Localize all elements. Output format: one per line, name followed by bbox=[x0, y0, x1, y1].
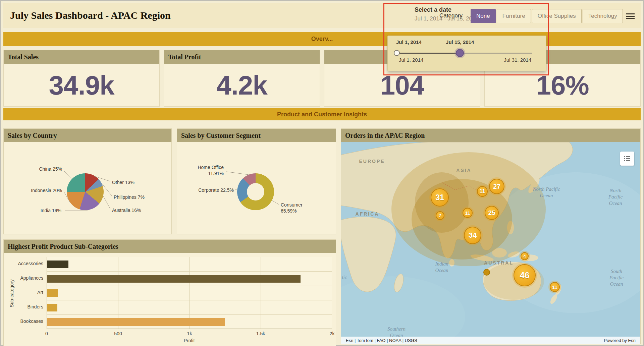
donut-label-home-office: Home Office 11.91% bbox=[194, 165, 224, 176]
pie-label-australia: Australia 16% bbox=[112, 208, 141, 213]
map-bubble[interactable]: 34 bbox=[464, 227, 481, 244]
dashboard-page: July Sales Dashboard - APAC Region Selec… bbox=[0, 0, 644, 346]
kpi-total-profit: Total Profit 4.2k bbox=[164, 50, 320, 107]
bar-chart-x-axis-label: Profit bbox=[184, 338, 195, 343]
map-bubble[interactable]: 4 bbox=[521, 252, 529, 260]
slider-selected-range bbox=[397, 53, 460, 54]
overview-band-label: Overv... bbox=[311, 36, 333, 43]
panel-title: Highest Profit Product Sub-Categories bbox=[4, 240, 336, 253]
pie-label-other: Other 13% bbox=[112, 180, 135, 185]
date-range-popup: Jul 1, 2014 Jul 15, 2014 Jul 1, 2014 Jul… bbox=[387, 36, 546, 71]
bar-category-label: Appliances bbox=[4, 275, 43, 281]
category-button-furniture[interactable]: Furniture bbox=[497, 9, 531, 23]
slider-min-label: Jul 1, 2014 bbox=[399, 57, 423, 63]
page-title: July Sales Dashboard - APAC Region bbox=[10, 10, 171, 21]
x-tick: 0 bbox=[37, 331, 57, 336]
segment-donut-chart[interactable] bbox=[237, 173, 274, 210]
bar-category-label: Binders bbox=[4, 304, 43, 309]
insights-band-label: Product and Customer Insights bbox=[277, 111, 367, 118]
bar-binders[interactable] bbox=[47, 304, 57, 311]
bar-row bbox=[47, 300, 332, 315]
bar-row bbox=[47, 286, 332, 300]
bar-appliances[interactable] bbox=[47, 275, 301, 283]
map-attribution[interactable]: Esri | TomTom | FAO | NOAA | USGS bbox=[346, 338, 417, 343]
map-bubble[interactable]: 25 bbox=[485, 206, 499, 220]
apac-map[interactable]: EUROPEASIAAFRICAAUSTRALNorth Pacific Oce… bbox=[341, 142, 640, 344]
pie-label-india: India 19% bbox=[41, 208, 61, 213]
kpi-value: 34.9k bbox=[4, 64, 159, 106]
map-bubble[interactable]: 46 bbox=[514, 264, 536, 286]
map-bubble[interactable]: 11 bbox=[477, 186, 488, 197]
date-range-slider[interactable] bbox=[397, 53, 532, 54]
section-band-insights: Product and Customer Insights bbox=[3, 108, 641, 120]
panel-sales-by-country: Sales by Country China 25% Other 13% Ind… bbox=[3, 128, 172, 234]
bar-category-label: Accessories bbox=[4, 261, 43, 266]
category-label: Category bbox=[439, 12, 463, 19]
x-tick: 2k bbox=[322, 331, 342, 336]
bar-row bbox=[47, 257, 332, 272]
panel-title: Orders in the APAC Region bbox=[341, 129, 640, 142]
slider-max-label: Jul 31, 2014 bbox=[504, 57, 531, 63]
category-button-technology[interactable]: Technology bbox=[583, 9, 623, 23]
slider-handle-end[interactable] bbox=[456, 49, 464, 57]
panel-subcategory-profit: Highest Profit Product Sub-Categories Su… bbox=[3, 239, 336, 346]
panel-title: Sales by Country bbox=[4, 129, 171, 142]
bar-row bbox=[47, 272, 332, 286]
kpi-total-sales: Total Sales 34.9k bbox=[3, 50, 160, 107]
bar-art[interactable] bbox=[47, 289, 58, 297]
x-tick: 500 bbox=[108, 331, 128, 336]
map-bubble[interactable] bbox=[483, 269, 490, 276]
map-attribution-bar: Esri | TomTom | FAO | NOAA | USGS Powere… bbox=[341, 337, 640, 344]
panel-title: Sales by Customer Segment bbox=[177, 129, 336, 142]
bar-bookcases[interactable] bbox=[47, 318, 225, 326]
bar-category-label: Bookcases bbox=[4, 319, 43, 324]
map-powered-by: Powered by Esri bbox=[604, 338, 636, 343]
map-legend-button[interactable] bbox=[620, 152, 634, 166]
menu-icon[interactable] bbox=[626, 12, 635, 20]
x-tick: 1.5k bbox=[251, 331, 271, 336]
donut-label-corporate: Corporate 22.5% bbox=[198, 187, 234, 193]
pie-label-china: China 25% bbox=[39, 166, 62, 172]
top-bar: July Sales Dashboard - APAC Region Selec… bbox=[3, 3, 641, 28]
map-bubble-layer: 312711711253444611 bbox=[341, 142, 640, 344]
bar-row bbox=[47, 315, 332, 329]
category-button-office-supplies[interactable]: Office Supplies bbox=[532, 9, 582, 23]
panel-sales-by-segment: Sales by Customer Segment Home Office 11… bbox=[177, 128, 336, 234]
pie-label-philippines: Philippines 7% bbox=[114, 194, 145, 200]
slider-start-value-label: Jul 1, 2014 bbox=[396, 39, 422, 45]
map-bubble[interactable]: 7 bbox=[436, 211, 444, 220]
bar-chart-plot bbox=[47, 257, 332, 329]
category-button-none[interactable]: None bbox=[471, 9, 496, 23]
bar-category-label: Art bbox=[4, 290, 43, 295]
legend-icon bbox=[624, 156, 631, 161]
map-bubble[interactable]: 31 bbox=[431, 188, 449, 207]
slider-handle-start[interactable] bbox=[394, 50, 400, 56]
category-button-group: None Furniture Office Supplies Technolog… bbox=[471, 9, 623, 23]
map-bubble[interactable]: 27 bbox=[489, 179, 504, 194]
x-tick: 1k bbox=[179, 331, 200, 336]
donut-label-consumer: Consumer 65.59% bbox=[281, 202, 308, 214]
map-bubble[interactable]: 11 bbox=[463, 208, 473, 218]
map-bubble[interactable]: 11 bbox=[550, 282, 560, 292]
kpi-title: Total Sales bbox=[4, 50, 159, 64]
kpi-title: Total Profit bbox=[164, 50, 320, 64]
slider-end-value-label: Jul 15, 2014 bbox=[444, 39, 475, 45]
panel-orders-map: Orders in the APAC Region bbox=[341, 128, 641, 344]
country-pie-chart[interactable] bbox=[67, 173, 104, 210]
pie-label-indonesia: Indonesia 20% bbox=[31, 188, 62, 193]
kpi-value: 4.2k bbox=[164, 64, 320, 106]
bar-accessories[interactable] bbox=[47, 261, 68, 268]
